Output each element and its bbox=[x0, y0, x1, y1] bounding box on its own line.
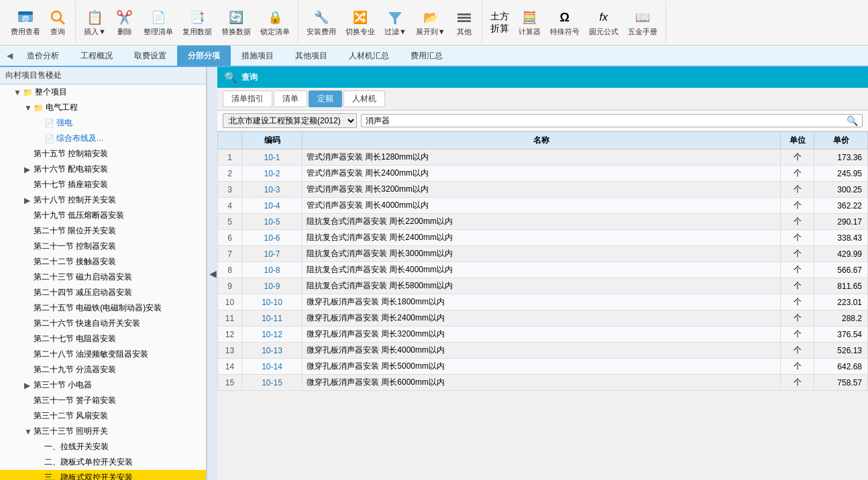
cost-summary-tab[interactable]: 费用汇总 bbox=[400, 46, 453, 66]
manual-btn[interactable]: 📖 五金手册 bbox=[624, 7, 661, 38]
tree-item[interactable]: 二、跷板式单控开关安装 bbox=[0, 455, 206, 470]
other-btn[interactable]: 其他 bbox=[451, 7, 478, 38]
expand-btn[interactable]: 📂 展开到▼ bbox=[412, 7, 449, 38]
table-row[interactable]: 3 10-3 管式消声器安装 周长3200mm以内 个 300.25 bbox=[218, 182, 868, 198]
quota-select[interactable]: 北京市建设工程预算定额(2012) bbox=[223, 113, 357, 128]
fee-settings-tab[interactable]: 取费设置 bbox=[123, 46, 177, 66]
tree-expand-icon[interactable]: ▶ bbox=[24, 381, 34, 390]
table-row[interactable]: 7 10-7 阻抗复合式消声器安装 周长3000mm以内 个 429.99 bbox=[218, 246, 868, 262]
other-items-tab[interactable]: 其他项目 bbox=[284, 46, 338, 66]
query-icon: 🔍 bbox=[224, 71, 237, 84]
table-row[interactable]: 11 10-11 微穿孔板消声器安装 周长2400mm以内 个 288.2 bbox=[218, 310, 868, 326]
svg-text:费: 费 bbox=[21, 15, 30, 24]
spacer bbox=[24, 335, 34, 344]
tree-item[interactable]: 第二十三节 磁力启动器安装 bbox=[0, 269, 206, 285]
tree-item[interactable]: 第三十一节 箦子箱安装 bbox=[0, 393, 206, 408]
nav-collapse-btn[interactable]: ◀ bbox=[3, 45, 16, 66]
tree-item[interactable]: 第二十一节 控制器安装 bbox=[0, 239, 206, 254]
earthwork-btn[interactable]: 土方折算 bbox=[486, 12, 513, 34]
table-row[interactable]: 6 10-6 阻抗复合式消声器安装 周长2400mm以内 个 338.43 bbox=[218, 230, 868, 246]
search-btn[interactable]: 🔍 bbox=[843, 115, 862, 126]
toolbar-group-3: 🔧 安装费用 🔀 切换专业 过滤▼ 📂 展开到▼ 其他 bbox=[299, 1, 482, 44]
table-row[interactable]: 8 10-8 阻抗复合式消声器安装 周长4000mm以内 个 566.67 bbox=[218, 262, 868, 278]
replace-btn[interactable]: 🔄 替换数据 bbox=[217, 7, 255, 38]
table-row[interactable]: 14 10-14 微穿孔板消声器安装 周长5000mm以内 个 642.68 bbox=[218, 359, 868, 375]
table-row[interactable]: 4 10-4 管式消声器安装 周长4000mm以内 个 362.22 bbox=[218, 198, 868, 214]
tree-item-label: 第二十四节 减压启动器安装 bbox=[34, 287, 132, 298]
row-name: 微穿孔板消声器安装 周长3200mm以内 bbox=[303, 326, 781, 343]
tree-whole-project[interactable]: ▼ 📁 整个项目 bbox=[0, 84, 206, 100]
table-row[interactable]: 15 10-15 微穿孔板消声器安装 周长6000mm以内 个 758.57 bbox=[218, 375, 868, 391]
switch-btn[interactable]: 🔀 切换专业 bbox=[341, 7, 379, 38]
list-guide-tab[interactable]: 清单指引 bbox=[223, 91, 272, 107]
tree-item[interactable]: 第二十二节 接触器安装 bbox=[0, 254, 206, 269]
unit-col-header: 单位 bbox=[781, 132, 814, 149]
tree-expand-icon[interactable]: ▶ bbox=[24, 196, 34, 205]
organize-btn[interactable]: 📄 整理清单 bbox=[140, 7, 177, 38]
tree-item[interactable]: ▼第三十三节 照明开关 bbox=[0, 424, 206, 439]
toolbar-group-4: 土方折算 🧮 计算器 Ω 特殊符号 fx 圆元公式 📖 五金手册 bbox=[482, 1, 666, 44]
tree-item[interactable]: 第二十六节 快速自动开关安装 bbox=[0, 316, 206, 331]
cost-analysis-tab[interactable]: 造价分析 bbox=[16, 46, 70, 66]
sections-tab[interactable]: 分部分项 bbox=[177, 46, 231, 66]
tree-strong-electric[interactable]: 📄 强电 bbox=[0, 115, 206, 131]
row-unit: 个 bbox=[781, 326, 814, 343]
tree-item[interactable]: 三、跷板式双控开关安装 bbox=[0, 470, 206, 480]
materials-sub-tab[interactable]: 人材机 bbox=[343, 91, 385, 107]
table-row[interactable]: 5 10-5 阻抗复合式消声器安装 周长2200mm以内 个 290.17 bbox=[218, 214, 868, 230]
tree-item[interactable]: ▶第十六节 配电箱安装 bbox=[0, 162, 206, 177]
table-row[interactable]: 9 10-9 阻抗复合式消声器安装 周长5800mm以内 个 811.65 bbox=[218, 278, 868, 294]
sidebar-collapse-btn[interactable]: ◀ bbox=[207, 67, 217, 480]
tree-expand-icon[interactable]: ▼ bbox=[24, 427, 34, 436]
other-icon bbox=[455, 8, 474, 27]
calc-btn[interactable]: 🧮 计算器 bbox=[514, 7, 545, 38]
overview-tab[interactable]: 工程概况 bbox=[70, 46, 123, 66]
quota-tab[interactable]: 定额 bbox=[309, 91, 342, 107]
table-row[interactable]: 1 10-1 管式消声器安装 周长1280mm以内 个 173.36 bbox=[218, 149, 868, 166]
tree-item[interactable]: 第十七节 插座箱安装 bbox=[0, 177, 206, 192]
query-btn[interactable]: 查询 bbox=[44, 7, 71, 38]
table-row[interactable]: 12 10-12 微穿孔板消声器安装 周长3200mm以内 个 376.54 bbox=[218, 326, 868, 343]
manual-icon: 📖 bbox=[633, 8, 652, 27]
tree-item[interactable]: 一、拉线开关安装 bbox=[0, 439, 206, 455]
lock-btn[interactable]: 🔒 锁定清单 bbox=[256, 7, 294, 38]
search-input[interactable] bbox=[362, 115, 843, 127]
cost-view-btn[interactable]: 费 费用查看 bbox=[7, 7, 44, 38]
table-row[interactable]: 13 10-13 微穿孔板消声器安装 周长4000mm以内 个 526.13 bbox=[218, 343, 868, 359]
reuse-btn[interactable]: 📑 复用数据 bbox=[178, 7, 216, 38]
install-btn[interactable]: 🔧 安装费用 bbox=[303, 7, 340, 38]
tree-item[interactable]: 第三十二节 风扇安装 bbox=[0, 408, 206, 424]
materials-tab[interactable]: 人材机汇总 bbox=[338, 46, 400, 66]
tree-item[interactable]: 第二十九节 分流器安装 bbox=[0, 362, 206, 377]
list-tab[interactable]: 清单 bbox=[274, 91, 307, 107]
tree-item[interactable]: 第二十五节 电磁铁(电磁制动器)安装 bbox=[0, 300, 206, 316]
insert-btn[interactable]: 📋 插入▼ bbox=[80, 7, 110, 38]
tree-item[interactable]: 第二十四节 减压启动器安装 bbox=[0, 285, 206, 300]
spacer bbox=[24, 257, 34, 267]
delete-btn[interactable]: ✂️ 删除 bbox=[111, 7, 138, 38]
measures-tab[interactable]: 措施项目 bbox=[231, 46, 284, 66]
table-row[interactable]: 10 10-10 微穿孔板消声器安装 周长1800mm以内 个 223.01 bbox=[218, 294, 868, 310]
tree-item-label: 第二十六节 快速自动开关安装 bbox=[34, 318, 140, 329]
tree-item[interactable]: 第二十节 限位开关安装 bbox=[0, 223, 206, 239]
tree-item[interactable]: 第二十八节 油浸频敏变阻器安装 bbox=[0, 347, 206, 362]
tree-item[interactable]: 第十五节 控制箱安装 bbox=[0, 146, 206, 162]
tree-comprehensive[interactable]: 📄 综合布线及... bbox=[0, 131, 206, 146]
tree-expand-icon[interactable]: ▼ bbox=[13, 88, 23, 97]
tree-item[interactable]: ▶第三十节 小电器 bbox=[0, 377, 206, 393]
tree-item[interactable]: 第二十七节 电阻器安装 bbox=[0, 331, 206, 347]
table-row[interactable]: 2 10-2 管式消声器安装 周长2400mm以内 个 245.95 bbox=[218, 166, 868, 182]
row-name: 微穿孔板消声器安装 周长6000mm以内 bbox=[303, 375, 781, 391]
row-code: 10-6 bbox=[242, 230, 303, 246]
tree-item-label: 第三十三节 照明开关 bbox=[34, 426, 108, 437]
tree-item-label: 第十七节 插座箱安装 bbox=[34, 179, 108, 190]
tree-expand-icon[interactable]: ▼ bbox=[24, 103, 34, 113]
tree-expand-icon[interactable]: ▶ bbox=[24, 165, 34, 174]
formula-icon: fx bbox=[594, 8, 613, 27]
filter-toolbar-btn[interactable]: 过滤▼ bbox=[380, 7, 411, 38]
formula-btn[interactable]: fx 圆元公式 bbox=[585, 7, 622, 38]
tree-item[interactable]: ▶第十八节 控制开关安装 bbox=[0, 192, 206, 208]
tree-electrical[interactable]: ▼ 📁 电气工程 bbox=[0, 100, 206, 115]
symbol-btn[interactable]: Ω 特殊符号 bbox=[546, 7, 584, 38]
tree-item[interactable]: 第十九节 低压熔断器安装 bbox=[0, 208, 206, 223]
